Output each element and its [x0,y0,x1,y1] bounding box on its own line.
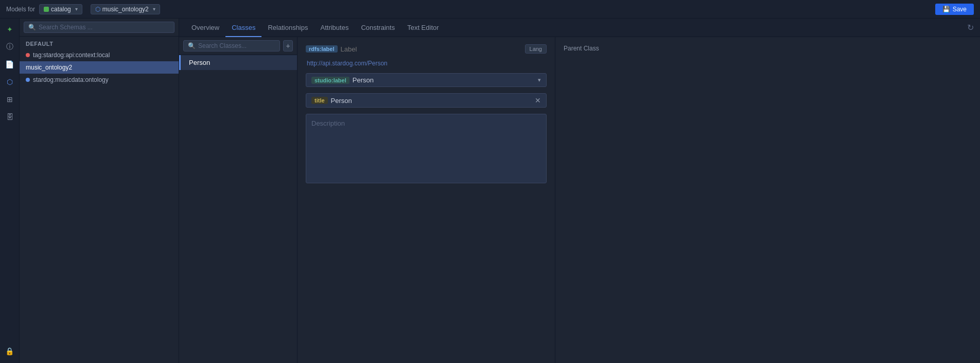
title-row: title ✕ [306,93,547,108]
classes-search-row: 🔍 + [179,37,297,55]
icon-sidebar-bottom: 🔒 [2,343,18,359]
tab-classes[interactable]: Classes [225,19,261,37]
sidebar-icon-home[interactable]: ✦ [2,22,18,37]
ontology-dropdown-arrow: ▾ [153,6,155,12]
sidebar-icon-network[interactable]: ⬡ [2,74,18,90]
studio-label-tag: studio:label [311,77,349,84]
form-area: rdfs:label Lang http://api.stardog.com/P… [297,37,555,363]
catalog-selector[interactable]: catalog ▾ [39,4,82,14]
clear-title-button[interactable]: ✕ [535,96,541,105]
parent-class-panel: Parent Class [555,37,771,363]
uri-text: http://api.stardog.com/Person [307,60,547,67]
save-label: Save [953,6,967,13]
rdfs-label-row: rdfs:label Lang [306,44,547,54]
save-icon: 💾 [942,6,950,13]
title-input[interactable] [331,97,532,105]
icon-sidebar: ✦ ⓘ 📄 ⬡ ⊞ 🗄 🔒 [0,19,20,363]
add-class-button[interactable]: + [283,40,293,51]
top-bar-left: Models for catalog ▾ ⬡ music_ontology2 ▾ [6,4,160,14]
ontology-icon: ⬡ [95,6,100,13]
classes-search-wrap[interactable]: 🔍 [183,40,280,51]
sidebar-icon-info[interactable]: ⓘ [2,39,18,55]
studio-label-chevron: ▾ [538,77,541,83]
studio-label-select[interactable]: Person [353,76,535,84]
label-input[interactable] [341,45,522,53]
search-classes-input[interactable] [198,42,275,49]
search-schemas-container: 🔍 [20,19,179,37]
description-textarea[interactable] [311,119,541,176]
sidebar-icon-data[interactable]: ⊞ [2,92,18,107]
classes-list-panel: 🔍 + Person [179,37,297,363]
sidebar-icon-database[interactable]: 🗄 [2,109,18,125]
top-bar: Models for catalog ▾ ⬡ music_ontology2 ▾… [0,0,980,19]
schema-item-stardog-musicdata[interactable]: stardog:musicdata:ontology [20,74,179,86]
catalog-dot [44,7,49,12]
schema-item-label-selected: music_ontology2 [26,64,72,71]
tab-overview-label: Overview [191,24,219,31]
search-schemas-input[interactable] [39,24,170,31]
ontology-selector[interactable]: ⬡ music_ontology2 ▾ [91,4,160,14]
search-schemas-icon: 🔍 [28,24,36,31]
schema-dot-tag [26,53,30,57]
search-schemas-input-wrap[interactable]: 🔍 [24,22,174,33]
main-tab-bar: Overview Classes Relationships Attribute… [179,19,980,37]
detail-content: rdfs:label Lang http://api.stardog.com/P… [297,37,980,363]
schema-item-music-ontology2[interactable]: music_ontology2 [20,61,179,74]
refresh-icon[interactable]: ↻ [967,23,974,32]
tab-constraints-label: Constraints [361,24,395,31]
schema-group-label: default [20,37,179,49]
schema-item-label: tag:stardog:api:context:local [33,51,110,59]
schema-item-label: stardog:musicdata:ontology [33,76,109,83]
studio-label-row[interactable]: studio:label Person ▾ [306,73,547,87]
tab-classes-label: Classes [232,24,255,31]
class-item-person[interactable]: Person [179,55,297,70]
tab-text-editor-label: Text Editor [407,24,439,31]
tab-attributes[interactable]: Attributes [314,19,355,37]
sidebar-icon-document[interactable]: 📄 [2,57,18,72]
catalog-dropdown-arrow: ▾ [75,6,78,12]
class-item-person-label: Person [189,59,210,66]
ontology-name: music_ontology2 [102,6,149,13]
search-classes-icon: 🔍 [188,42,196,49]
tab-text-editor[interactable]: Text Editor [401,19,445,37]
schema-item-tag-context[interactable]: tag:stardog:api:context:local [20,49,179,61]
parent-class-label: Parent Class [564,45,599,52]
main-layout: ✦ ⓘ 📄 ⬡ ⊞ 🗄 🔒 🔍 default tag:stardog:api:… [0,19,980,363]
description-area [306,114,547,183]
lang-button[interactable]: Lang [525,44,547,54]
rdfs-label-tag: rdfs:label [306,45,338,53]
models-for-label: Models for [6,6,35,13]
tab-relationships-label: Relationships [268,24,308,31]
tab-constraints[interactable]: Constraints [355,19,401,37]
tab-attributes-label: Attributes [320,24,348,31]
title-tag: title [311,97,328,104]
catalog-name: catalog [51,6,71,13]
schema-dot-star [26,78,30,82]
tab-overview[interactable]: Overview [185,19,225,37]
detail-panel: rdfs:label Lang http://api.stardog.com/P… [297,37,980,363]
tab-relationships[interactable]: Relationships [261,19,314,37]
schema-panel: 🔍 default tag:stardog:api:context:local … [20,19,179,363]
sidebar-icon-lock[interactable]: 🔒 [2,343,18,359]
save-button[interactable]: 💾 Save [935,4,974,15]
